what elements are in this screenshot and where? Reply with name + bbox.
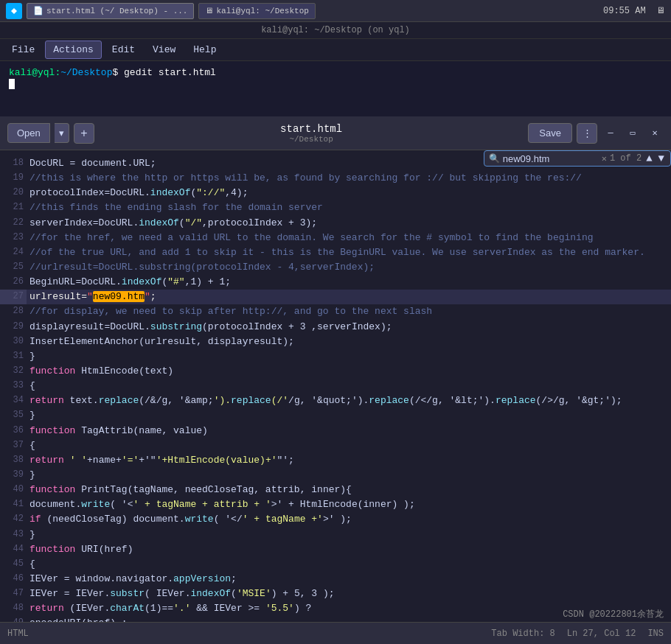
line-number: 31 bbox=[0, 349, 27, 364]
gedit-filename: start.html bbox=[280, 123, 342, 135]
status-ins: INS bbox=[647, 629, 664, 639]
table-row: 42if (needCloseTag) document.write( '</'… bbox=[0, 512, 671, 527]
search-prev-button[interactable]: ▲ bbox=[644, 153, 653, 164]
terminal-prompt-line: kali@yql:~/Desktop$ gedit start.html bbox=[9, 67, 662, 78]
code-line-content: InsertElementAnchor(urlresult, displayre… bbox=[27, 335, 671, 349]
system-clock: 09:55 AM 🖥 bbox=[603, 5, 665, 16]
line-number: 18 bbox=[0, 156, 27, 171]
taskbar-left: 📄 start.html (~/ Desktop) - ... 🖥 kali@y… bbox=[6, 3, 316, 19]
terminal-cursor-line bbox=[9, 78, 662, 89]
table-row: 43} bbox=[0, 528, 671, 542]
gedit-filepath: ~/Desktop bbox=[280, 135, 342, 144]
code-line-content: IEVer = window.navigator.appVersion; bbox=[27, 572, 671, 587]
line-number: 35 bbox=[0, 408, 27, 423]
gedit-toolbar-left: Open ▾ + bbox=[7, 123, 94, 144]
line-number: 30 bbox=[0, 335, 27, 349]
new-file-button[interactable]: + bbox=[74, 123, 94, 144]
watermark: CSDN @20222801余苔龙 bbox=[563, 608, 664, 620]
code-line-content: function URI(href) bbox=[27, 542, 671, 557]
menu-help[interactable]: Help bbox=[186, 41, 223, 58]
close-button[interactable]: ✕ bbox=[646, 125, 664, 142]
save-button[interactable]: Save bbox=[528, 123, 572, 143]
code-line-content: } bbox=[27, 528, 671, 542]
table-row: 30InsertElementAnchor(urlresult, display… bbox=[0, 335, 671, 349]
table-row: 29displayresult=DocURL.substring(protoco… bbox=[0, 320, 671, 335]
code-line-content: urlresult="new09.htm"; bbox=[27, 290, 671, 304]
line-number: 47 bbox=[0, 587, 27, 601]
table-row: 41document.write( '<' + tagName + attrib… bbox=[0, 497, 671, 512]
line-number: 43 bbox=[0, 528, 27, 542]
menu-dots-button[interactable]: ⋮ bbox=[577, 123, 597, 144]
task-start-html[interactable]: 📄 start.html (~/ Desktop) - ... bbox=[27, 3, 194, 19]
table-row: 27urlresult="new09.htm"; bbox=[0, 290, 671, 304]
table-row: 32function HtmlEncode(text) bbox=[0, 364, 671, 379]
code-line-content: return text.replace(/&/g, '&amp;').repla… bbox=[27, 393, 671, 408]
line-number: 34 bbox=[0, 393, 27, 408]
kali-icon[interactable] bbox=[6, 3, 22, 19]
search-icon: 🔍 bbox=[489, 153, 500, 164]
line-number: 19 bbox=[0, 171, 27, 186]
table-row: 19//this is where the http or https will… bbox=[0, 171, 671, 186]
line-number: 25 bbox=[0, 260, 27, 275]
search-clear-button[interactable]: ✕ bbox=[602, 153, 607, 164]
task-terminal-label: kali@yql: ~/Desktop bbox=[216, 7, 308, 15]
line-number: 44 bbox=[0, 542, 27, 557]
table-row: 33{ bbox=[0, 379, 671, 393]
code-line-content: //this finds the ending slash for the do… bbox=[27, 200, 671, 215]
search-input[interactable] bbox=[503, 153, 599, 164]
code-line-content: document.write( '<' + tagName + attrib +… bbox=[27, 497, 671, 512]
gedit-title-center: start.html ~/Desktop bbox=[280, 123, 342, 144]
gedit-header: Open ▾ + start.html ~/Desktop Save ⋮ ─ ▭… bbox=[0, 116, 671, 150]
table-row: 21//this finds the ending slash for the … bbox=[0, 200, 671, 215]
line-number: 45 bbox=[0, 557, 27, 572]
status-tab-width[interactable]: Tab Width: 8 bbox=[491, 629, 554, 639]
menu-edit[interactable]: Edit bbox=[105, 41, 142, 58]
table-row: 22serverIndex=DocURL.indexOf("/",protoco… bbox=[0, 216, 671, 231]
minimize-button[interactable]: ─ bbox=[602, 125, 619, 142]
menu-actions[interactable]: Actions bbox=[45, 41, 102, 59]
menu-bar: File Actions Edit View Help bbox=[0, 39, 671, 61]
line-number: 29 bbox=[0, 320, 27, 335]
line-number: 39 bbox=[0, 468, 27, 483]
line-number: 27 bbox=[0, 290, 27, 304]
status-language[interactable]: HTML bbox=[7, 629, 29, 639]
search-next-button[interactable]: ▼ bbox=[657, 153, 666, 164]
prompt-command: $ gedit start.html bbox=[112, 67, 215, 78]
code-editor[interactable]: 🔍 ✕ 1 of 2 ▲ ▼ 18DocURL = document.URL;1… bbox=[0, 150, 671, 639]
table-row: 34return text.replace(/&/g, '&amp;').rep… bbox=[0, 393, 671, 408]
task-terminal[interactable]: 🖥 kali@yql: ~/Desktop bbox=[198, 3, 315, 19]
menu-file[interactable]: File bbox=[4, 41, 42, 58]
line-number: 42 bbox=[0, 512, 27, 527]
table-row: 28//for display, we need to skip after h… bbox=[0, 304, 671, 319]
menu-view[interactable]: View bbox=[145, 41, 183, 58]
open-button[interactable]: Open bbox=[7, 123, 50, 143]
table-row: 37{ bbox=[0, 438, 671, 453]
line-number: 20 bbox=[0, 186, 27, 200]
task-terminal-icon: 🖥 bbox=[205, 6, 213, 15]
line-number: 21 bbox=[0, 200, 27, 215]
table-row: 31} bbox=[0, 349, 671, 364]
code-line-content: } bbox=[27, 349, 671, 364]
line-number: 48 bbox=[0, 601, 27, 616]
code-line-content: } bbox=[27, 408, 671, 423]
line-number: 41 bbox=[0, 497, 27, 512]
code-line-content: { bbox=[27, 557, 671, 572]
code-line-content: //for the href, we need a valid URL to t… bbox=[27, 231, 671, 245]
line-number: 40 bbox=[0, 483, 27, 497]
code-table: 18DocURL = document.URL;19//this is wher… bbox=[0, 156, 671, 639]
code-line-content: { bbox=[27, 379, 671, 393]
search-result-count: 1 of 2 bbox=[610, 153, 642, 164]
search-bar[interactable]: 🔍 ✕ 1 of 2 ▲ ▼ bbox=[484, 150, 671, 167]
maximize-button[interactable]: ▭ bbox=[624, 125, 642, 142]
terminal-title-bar: kali@yql: ~/Desktop (on yql) bbox=[0, 22, 671, 39]
line-number: 36 bbox=[0, 424, 27, 438]
terminal-title-text: kali@yql: ~/Desktop (on yql) bbox=[261, 25, 410, 35]
line-number: 33 bbox=[0, 379, 27, 393]
table-row: 26BeginURL=DocURL.indexOf("#",1) + 1; bbox=[0, 275, 671, 290]
table-row: 20protocolIndex=DocURL.indexOf("://",4); bbox=[0, 186, 671, 200]
code-line-content: function TagAttrib(name, value) bbox=[27, 424, 671, 438]
status-bar: HTML Tab Width: 8 Ln 27, Col 12 INS bbox=[0, 622, 671, 644]
code-line-content: BeginURL=DocURL.indexOf("#",1) + 1; bbox=[27, 275, 671, 290]
open-dropdown-button[interactable]: ▾ bbox=[55, 123, 69, 143]
code-line-content: //for display, we need to skip after htt… bbox=[27, 304, 671, 319]
